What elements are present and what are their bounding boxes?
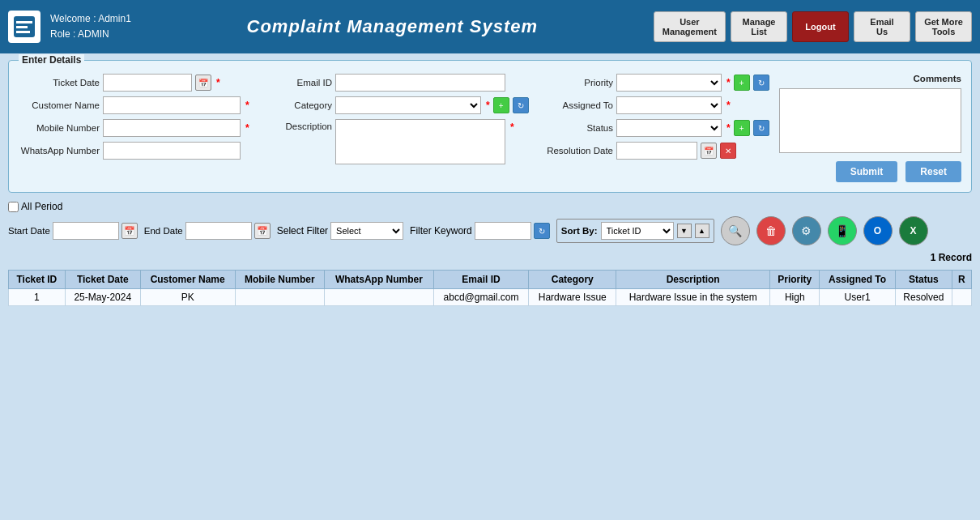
- user-info: Welcome : Admin1 Role : ADMIN: [50, 11, 131, 42]
- mobile-number-input[interactable]: [103, 119, 241, 137]
- svg-rect-1: [16, 21, 32, 23]
- filter-keyword-input[interactable]: [475, 222, 531, 240]
- settings-circle-button[interactable]: ⚙: [792, 216, 821, 245]
- filter-keyword-label: Filter Keyword: [410, 225, 472, 237]
- col-ticket-id: Ticket ID: [9, 271, 66, 289]
- priority-required: *: [726, 77, 731, 88]
- welcome-text: Welcome : Admin1: [50, 11, 131, 27]
- end-date-label: End Date: [144, 226, 183, 236]
- description-required: *: [510, 121, 514, 133]
- svg-rect-2: [16, 26, 28, 28]
- table-header: Ticket ID Ticket Date Customer Name Mobi…: [9, 271, 972, 289]
- whatsapp-label: WhatsApp Number: [19, 146, 100, 156]
- user-management-button[interactable]: User Management: [654, 11, 726, 42]
- ticket-date-label: Ticket Date: [19, 78, 100, 87]
- enter-details-section: Enter Details Ticket Date 26-May-2024 📅 …: [8, 60, 972, 193]
- status-select[interactable]: [616, 119, 722, 137]
- ticket-date-calendar-icon[interactable]: 📅: [195, 75, 211, 91]
- end-date-input[interactable]: 26-May-2024: [185, 222, 252, 240]
- customer-name-required: *: [245, 100, 249, 111]
- email-us-button[interactable]: Email Us: [854, 11, 910, 42]
- reset-button[interactable]: Reset: [905, 161, 961, 182]
- all-period-row: All Period: [8, 201, 972, 212]
- category-refresh-icon[interactable]: ↻: [513, 97, 529, 113]
- main-content: Enter Details Ticket Date 26-May-2024 📅 …: [0, 53, 980, 313]
- status-refresh-icon[interactable]: ↻: [753, 120, 769, 136]
- col-mobile-number: Mobile Number: [235, 271, 325, 289]
- assigned-to-select[interactable]: [616, 96, 722, 114]
- assigned-to-required: *: [726, 100, 731, 111]
- customer-name-input[interactable]: [103, 96, 241, 114]
- col-category: Category: [529, 271, 616, 289]
- col-assigned-to: Assigned To: [820, 271, 895, 289]
- sort-by-label: Sort By:: [561, 226, 598, 236]
- mobile-number-label: Mobile Number: [19, 123, 100, 133]
- cell-mobile_number: [235, 289, 325, 306]
- end-date-group: End Date 26-May-2024 📅: [144, 222, 271, 240]
- mobile-number-required: *: [245, 122, 249, 134]
- start-date-input[interactable]: 26-Apr-2024: [53, 222, 119, 240]
- cell-category: Hardware Issue: [529, 289, 616, 306]
- priority-label: Priority: [540, 78, 613, 87]
- data-table-container: Ticket ID Ticket Date Customer Name Mobi…: [8, 270, 972, 306]
- submit-button[interactable]: Submit: [836, 161, 898, 182]
- cell-description: Hardware Issue in the system: [616, 289, 770, 306]
- table-row[interactable]: 125-May-2024PKabcd@gmail.comHardware Iss…: [9, 289, 972, 306]
- col-email-id: Email ID: [433, 271, 529, 289]
- comments-label: Comments: [779, 74, 961, 83]
- status-add-icon[interactable]: +: [734, 120, 750, 136]
- whatsapp-input[interactable]: [103, 142, 241, 160]
- col-ticket-date: Ticket Date: [65, 271, 140, 289]
- priority-row: Priority * + ↻: [540, 74, 769, 92]
- excel-circle-button[interactable]: X: [899, 216, 928, 245]
- all-period-checkbox[interactable]: [8, 202, 19, 212]
- resolution-date-clear-icon[interactable]: ✕: [720, 143, 736, 159]
- logout-button[interactable]: Logout: [792, 11, 849, 42]
- cell-status: Resolved: [895, 289, 952, 306]
- filter-area: All Period Start Date 26-Apr-2024 📅 End …: [8, 201, 972, 263]
- category-add-icon[interactable]: +: [493, 97, 509, 113]
- record-count: 1 Record: [931, 252, 972, 263]
- col-customer-name: Customer Name: [140, 271, 235, 289]
- app-title: Complaint Management System: [131, 16, 654, 37]
- sort-desc-button[interactable]: ▼: [677, 224, 692, 238]
- category-required: *: [486, 100, 490, 111]
- get-more-tools-button[interactable]: Get More Tools: [915, 11, 972, 42]
- select-filter-group: Select Filter Select: [277, 222, 403, 240]
- email-id-input[interactable]: [335, 74, 505, 92]
- priority-add-icon[interactable]: +: [734, 75, 750, 91]
- priority-select[interactable]: [616, 74, 722, 92]
- comments-textarea[interactable]: [779, 88, 961, 153]
- header-buttons: User Management Manage List Logout Email…: [654, 11, 972, 42]
- ticket-date-input[interactable]: 26-May-2024: [103, 74, 192, 92]
- priority-refresh-icon[interactable]: ↻: [753, 75, 769, 91]
- category-row: Category * + ↻: [271, 96, 530, 114]
- cell-r: [952, 289, 971, 306]
- end-date-calendar-icon[interactable]: 📅: [254, 223, 271, 239]
- status-required: *: [726, 122, 731, 134]
- select-filter-select[interactable]: Select: [330, 222, 403, 240]
- assigned-to-row: Assigned To *: [540, 96, 769, 114]
- customer-name-row: Customer Name *: [19, 96, 262, 114]
- category-select[interactable]: [335, 96, 481, 114]
- resolution-date-input[interactable]: [616, 142, 697, 160]
- outlook-circle-button[interactable]: O: [863, 216, 893, 245]
- manage-list-button[interactable]: Manage List: [731, 11, 787, 42]
- sort-asc-button[interactable]: ▲: [695, 224, 709, 238]
- app-logo: [8, 11, 40, 43]
- whatsapp-circle-button[interactable]: 📱: [828, 216, 857, 245]
- filter-refresh-icon[interactable]: ↻: [534, 223, 550, 239]
- all-period-label[interactable]: All Period: [8, 201, 972, 212]
- start-date-group: Start Date 26-Apr-2024 📅: [8, 222, 138, 240]
- status-row: Status * + ↻: [540, 119, 769, 137]
- sort-by-select[interactable]: Ticket ID: [601, 222, 674, 240]
- delete-circle-button[interactable]: 🗑: [756, 216, 786, 245]
- search-circle-button[interactable]: 🔍: [721, 216, 750, 245]
- cell-ticket_id: 1: [9, 289, 66, 306]
- resolution-date-calendar-icon[interactable]: 📅: [701, 143, 717, 159]
- start-date-calendar-icon[interactable]: 📅: [121, 223, 138, 239]
- assigned-to-label: Assigned To: [540, 100, 613, 110]
- select-filter-label: Select Filter: [277, 225, 328, 237]
- email-id-row: Email ID: [271, 74, 530, 92]
- description-textarea[interactable]: [335, 119, 505, 164]
